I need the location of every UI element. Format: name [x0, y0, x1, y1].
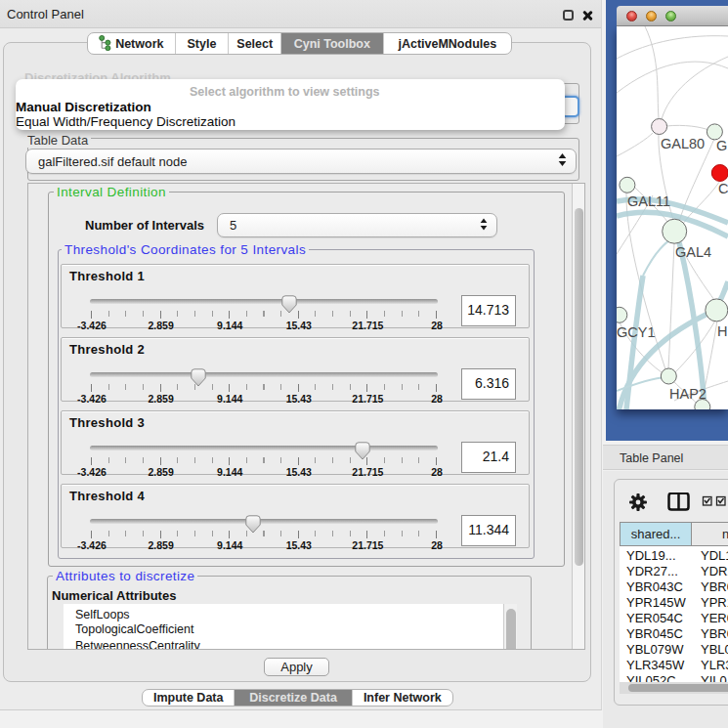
- svg-text:GAL80: GAL80: [661, 136, 705, 151]
- svg-text:GAL4: GAL4: [675, 244, 711, 260]
- svg-text:G.: G.: [716, 138, 728, 153]
- svg-text:GAL11: GAL11: [627, 193, 670, 209]
- svg-text:HAP2: HAP2: [669, 386, 707, 402]
- svg-text:C: C: [718, 181, 728, 196]
- svg-text:GCY1: GCY1: [617, 324, 656, 340]
- svg-text:H: H: [717, 323, 727, 339]
